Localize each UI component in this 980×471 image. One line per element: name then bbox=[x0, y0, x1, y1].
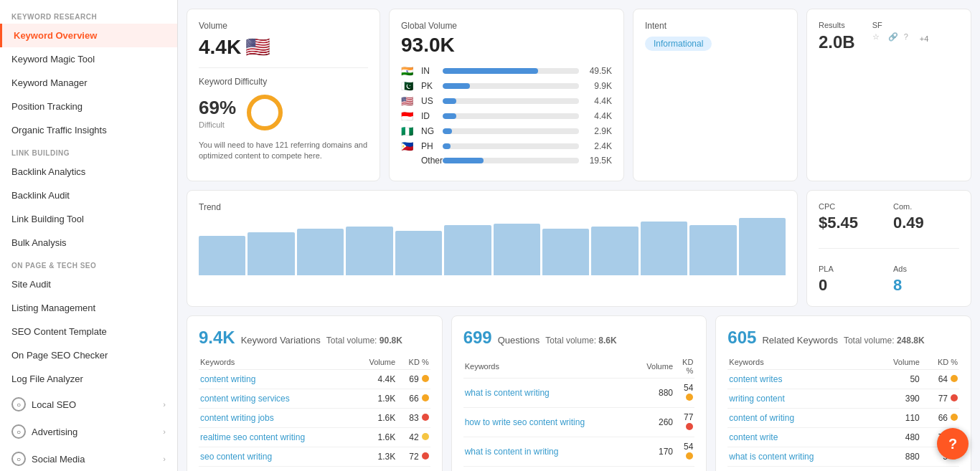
volume-number: 4.4K bbox=[199, 36, 241, 59]
trend-chart bbox=[199, 218, 786, 275]
kw-cell: seo content writing bbox=[199, 447, 354, 467]
sidebar-item-advertising[interactable]: ○Advertising› bbox=[0, 418, 177, 445]
volume-flag: 🇺🇸 bbox=[245, 35, 270, 59]
star-icon[interactable]: ☆ bbox=[872, 32, 885, 45]
country-row-pk: 🇵🇰 PK 9.9K bbox=[401, 80, 612, 92]
link-icon[interactable]: 🔗 bbox=[888, 32, 901, 45]
kw-link[interactable]: content writing services bbox=[200, 394, 290, 404]
sidebar-item-site-audit[interactable]: Site Audit bbox=[0, 272, 177, 296]
kd-dot bbox=[422, 414, 429, 421]
sidebar-item-label: Link Building Tool bbox=[11, 214, 84, 224]
kw-link[interactable]: what is content writing bbox=[729, 452, 814, 462]
country-value: 49.5K bbox=[585, 66, 612, 76]
table-row: what is content writing 880 5 bbox=[727, 447, 959, 467]
kd-dot bbox=[951, 394, 958, 401]
kd-dot bbox=[686, 423, 693, 430]
table-row: content writing services 1.9K 66 bbox=[199, 389, 430, 409]
trend-label: Trend bbox=[199, 202, 786, 212]
vol-cell: 110 bbox=[872, 409, 920, 428]
country-rows: 🇮🇳 IN 49.5K 🇵🇰 PK 9.9K 🇺🇸 US 4.4K 🇮🇩 ID bbox=[401, 65, 612, 166]
country-flag: 🇵🇭 bbox=[401, 141, 415, 152]
kw-cell: content writes bbox=[727, 370, 872, 389]
country-code: Other bbox=[421, 156, 437, 166]
sidebar-item-backlink-analytics[interactable]: Backlink Analytics bbox=[0, 160, 177, 184]
sidebar-item-keyword-magic-tool[interactable]: Keyword Magic Tool bbox=[0, 47, 177, 71]
trend-bar-8 bbox=[591, 227, 638, 275]
sidebar-item-label: Site Audit bbox=[11, 279, 51, 290]
keyword-variations-card: 9.4K Keyword Variations Total volume: 90… bbox=[187, 315, 443, 471]
kd-cell: 83 bbox=[397, 409, 430, 428]
kw-total-vol: Total volume: 8.6K bbox=[545, 336, 616, 346]
kw-table-header: 605 Related Keywords Total volume: 248.8… bbox=[727, 328, 959, 348]
sidebar-item-label: SEO Content Template bbox=[11, 326, 107, 337]
table-row: how to write seo content writing 260 77 bbox=[463, 408, 695, 437]
kw-link[interactable]: content writing bbox=[200, 374, 255, 384]
country-bar-fill bbox=[443, 98, 456, 104]
trend-bar-5 bbox=[444, 225, 491, 275]
help-button[interactable]: ? bbox=[937, 428, 969, 460]
com-metric: Com. 0.49 bbox=[893, 202, 959, 232]
table-row: what is seo content writing 170 69 bbox=[463, 467, 695, 472]
vol-cell: 50 bbox=[872, 370, 920, 389]
trend-card: Trend bbox=[187, 190, 798, 307]
kw-table-title: Questions bbox=[498, 335, 540, 346]
kw-link[interactable]: content writes bbox=[729, 374, 782, 384]
sidebar: KEYWORD RESEARCHKeyword OverviewKeyword … bbox=[0, 0, 178, 471]
sidebar-item-label: Backlink Audit bbox=[11, 190, 70, 201]
trend-bar-6 bbox=[494, 224, 540, 275]
sf-plus[interactable]: +4 bbox=[920, 34, 929, 43]
sidebar-item-seo-content-template[interactable]: SEO Content Template bbox=[0, 320, 177, 343]
question-icon[interactable]: ? bbox=[904, 32, 917, 45]
kd-percent: 69% bbox=[199, 97, 236, 119]
kw-link[interactable]: writing content bbox=[729, 394, 784, 404]
metrics-card: CPC $5.45 Com. 0.49 PLA 0 Ads 8 bbox=[806, 190, 971, 307]
kw-link[interactable]: seo content writing bbox=[200, 452, 272, 462]
sidebar-item-link-building-tool[interactable]: Link Building Tool bbox=[0, 207, 177, 231]
vol-cell: 4.4K bbox=[354, 370, 397, 389]
kw-link[interactable]: content writing jobs bbox=[200, 413, 274, 423]
sidebar-item-local-seo[interactable]: ○Local SEO› bbox=[0, 391, 177, 418]
col-volume: Volume bbox=[645, 355, 674, 379]
kw-link[interactable]: what is content in writing bbox=[465, 447, 559, 457]
cpc-label: CPC bbox=[819, 202, 885, 211]
sidebar-item-position-tracking[interactable]: Position Tracking bbox=[0, 95, 177, 118]
results-row: Results 2.0B SF ☆ 🔗 ? +4 bbox=[819, 21, 959, 52]
kw-link[interactable]: how to write seo content writing bbox=[465, 417, 585, 427]
sidebar-item-keyword-manager[interactable]: Keyword Manager bbox=[0, 71, 177, 95]
kw-link[interactable]: content of writing bbox=[729, 413, 794, 423]
sidebar-item-keyword-overview[interactable]: Keyword Overview bbox=[0, 24, 177, 47]
trend-bar-10 bbox=[689, 225, 736, 275]
kd-cell: 64 bbox=[921, 370, 959, 389]
sf-col: SF ☆ 🔗 ? +4 bbox=[872, 21, 929, 52]
trend-bar-4 bbox=[395, 231, 442, 275]
kw-link[interactable]: realtime seo content writing bbox=[200, 432, 305, 442]
sidebar-item-listing-management[interactable]: Listing Management bbox=[0, 296, 177, 320]
country-code: PK bbox=[421, 81, 437, 91]
sidebar-item-social-media[interactable]: ○Social Media› bbox=[0, 445, 177, 471]
kw-table-header: 699 Questions Total volume: 8.6K bbox=[463, 328, 695, 348]
kd-dot bbox=[686, 394, 693, 401]
country-flag: 🇵🇰 bbox=[401, 80, 415, 92]
sidebar-item-organic-traffic-insights[interactable]: Organic Traffic Insights bbox=[0, 118, 177, 142]
kw-link[interactable]: content write bbox=[729, 432, 778, 442]
country-row-ph: 🇵🇭 PH 2.4K bbox=[401, 141, 612, 152]
country-row-id: 🇮🇩 ID 4.4K bbox=[401, 110, 612, 122]
kd-cell: 66 bbox=[921, 409, 959, 428]
results-col: Results 2.0B bbox=[819, 21, 855, 52]
country-value: 2.9K bbox=[585, 126, 612, 136]
kw-link[interactable]: what is content writing bbox=[465, 388, 550, 398]
kw-big-num: 605 bbox=[727, 328, 756, 348]
table-row: what is content writing 880 54 bbox=[463, 379, 695, 408]
kw-cell: what is content in writing bbox=[463, 437, 646, 467]
sidebar-item-backlink-audit[interactable]: Backlink Audit bbox=[0, 184, 177, 207]
pla-metric: PLA 0 bbox=[819, 265, 885, 295]
sidebar-item-on-page-seo-checker[interactable]: On Page SEO Checker bbox=[0, 343, 177, 367]
volume-label: Volume bbox=[199, 21, 368, 31]
country-code: US bbox=[421, 96, 437, 106]
sidebar-item-bulk-analysis[interactable]: Bulk Analysis bbox=[0, 231, 177, 254]
table-row: what is content in writing 170 54 bbox=[463, 437, 695, 467]
sidebar-item-log-file-analyzer[interactable]: Log File Analyzer bbox=[0, 367, 177, 391]
country-bar-bg bbox=[443, 113, 579, 119]
country-code: IN bbox=[421, 66, 437, 76]
col-kd: KD % bbox=[921, 355, 959, 370]
